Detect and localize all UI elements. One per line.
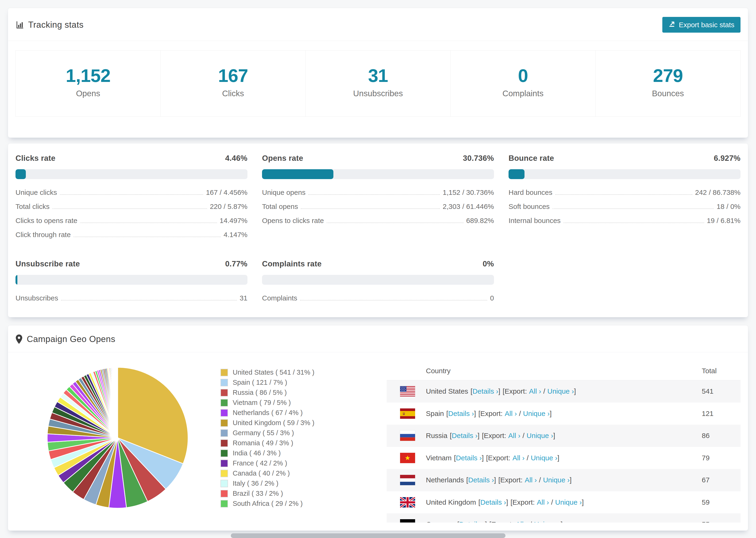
stat-complaints-label: Complaints	[451, 89, 595, 98]
details-link[interactable]: Details ›	[468, 476, 494, 484]
legend-swatch	[220, 369, 228, 376]
export-unique-link[interactable]: Unique ›	[534, 520, 561, 522]
export-unique-link[interactable]: Unique ›	[547, 387, 574, 395]
export-unique-link[interactable]: Unique ›	[555, 498, 582, 506]
details-link[interactable]: Details ›	[459, 520, 485, 522]
opens-rate-title: Opens rate	[262, 154, 303, 163]
opens-rate-bar-fill	[262, 169, 333, 179]
stat-opens: 1,152 Opens	[16, 50, 161, 116]
row-label: Clicks to opens rate	[16, 217, 77, 225]
legend-item-brazil[interactable]: Brazil ( 33 / 2% )	[220, 488, 314, 499]
stats-row: 1,152 Opens 167 Clicks 31 Unsubscribes 0…	[16, 50, 740, 117]
legend-item-canada[interactable]: Canada ( 40 / 2% )	[220, 468, 314, 478]
legend-item-india[interactable]: India ( 46 / 3% )	[220, 448, 314, 458]
table-row-spain: Spain [Details ›] [Export:All ›/Unique ›…	[387, 403, 740, 425]
row-value: 0	[490, 294, 494, 302]
legend-item-vietnam[interactable]: Vietnam ( 79 / 5% )	[220, 398, 314, 408]
legend-item-italy[interactable]: Italy ( 36 / 2% )	[220, 478, 314, 488]
unsubscribe-rate-bar	[16, 275, 247, 285]
bar-chart-icon	[16, 21, 24, 29]
country-name: Russia	[426, 432, 448, 440]
export-unique-link[interactable]: Unique ›	[531, 454, 557, 462]
row-value: 4.147%	[224, 231, 247, 239]
stat-complaints-value: 0	[451, 65, 595, 86]
bounce-rate-bar-fill	[509, 169, 524, 179]
opens-rate-bar	[262, 169, 494, 179]
export-all-link[interactable]: All ›	[515, 520, 528, 522]
export-unique-link[interactable]: Unique ›	[543, 476, 569, 484]
geo-opens-table: Country Total United States [Details ›] …	[387, 362, 740, 522]
rates-card: Clicks rate 4.46% Unique clicks167 / 4.4…	[8, 143, 748, 317]
row-value: 18 / 0%	[717, 202, 740, 211]
details-link[interactable]: Details ›	[472, 387, 498, 395]
export-all-link[interactable]: All ›	[508, 432, 520, 440]
legend-item-south-africa[interactable]: South Africa ( 29 / 2% )	[220, 499, 314, 509]
legend-item-russia[interactable]: Russia ( 86 / 5% )	[220, 388, 314, 398]
details-link[interactable]: Details ›	[480, 498, 506, 506]
country-total: 541	[702, 387, 714, 395]
legend-item-united-kingdom[interactable]: United Kingdom ( 59 / 3% )	[220, 418, 314, 428]
opens-rate-value: 30.736%	[463, 154, 494, 163]
legend-swatch	[220, 399, 228, 406]
legend-item-france[interactable]: France ( 42 / 2% )	[220, 458, 314, 468]
details-link[interactable]: Details ›	[448, 409, 474, 418]
country-column-header: Country	[426, 367, 451, 375]
germany-flag-icon	[400, 519, 415, 522]
country-total: 55	[702, 520, 710, 522]
clicks-rate-bar-fill	[16, 169, 26, 179]
row-label: Internal bounces	[509, 217, 561, 225]
country-name: Germany	[426, 520, 455, 522]
details-link[interactable]: Details ›	[452, 432, 477, 440]
bounce-rate-value: 6.927%	[714, 154, 740, 163]
legend-item-germany[interactable]: Germany ( 55 / 3% )	[220, 428, 314, 438]
uk-flag-icon	[400, 497, 415, 508]
stat-opens-label: Opens	[16, 89, 160, 98]
row-value: 2,303 / 61.446%	[443, 202, 494, 211]
dotted-leader	[74, 237, 221, 237]
legend-item-romania[interactable]: Romania ( 49 / 3% )	[220, 438, 314, 448]
dotted-leader	[80, 223, 217, 223]
map-pin-icon	[16, 335, 23, 344]
legend-item-spain[interactable]: Spain ( 121 / 7% )	[220, 377, 314, 388]
vietnam-flag-icon	[400, 453, 415, 463]
table-row-netherlands: Netherlands [Details ›] [Export:All ›/Un…	[387, 469, 740, 491]
export-unique-link[interactable]: Unique ›	[527, 432, 553, 439]
export-all-link[interactable]: All ›	[537, 498, 549, 506]
spain-flag-icon	[400, 408, 415, 419]
export-unique-link[interactable]: Unique ›	[523, 409, 550, 417]
dotted-leader	[553, 208, 714, 209]
us-flag-icon	[400, 386, 415, 397]
details-link[interactable]: Details ›	[456, 454, 482, 462]
row-value: 689.82%	[466, 217, 494, 225]
dotted-leader	[61, 300, 237, 300]
bounce-rate-bar	[509, 169, 740, 179]
geo-opens-pie-chart[interactable]	[42, 363, 193, 513]
table-row-germany: Germany [Details ›] [Export:All ›/Unique…	[387, 513, 740, 522]
row-label: Soft bounces	[509, 202, 550, 211]
export-all-link[interactable]: All ›	[529, 387, 541, 395]
clicks-rate-title: Clicks rate	[16, 154, 55, 163]
stat-bounces-label: Bounces	[596, 89, 740, 98]
legend-swatch	[220, 389, 228, 397]
horizontal-scrollbar-thumb[interactable]	[231, 533, 506, 538]
legend-item-united-states[interactable]: United States ( 541 / 31% )	[220, 367, 314, 377]
legend-swatch	[220, 450, 228, 457]
clicks-rate-value: 4.46%	[225, 154, 247, 163]
stat-unsubscribes: 31 Unsubscribes	[306, 50, 451, 116]
row-label: Unique opens	[262, 188, 305, 196]
export-all-link[interactable]: All ›	[513, 454, 525, 462]
country-name: Spain	[426, 409, 444, 418]
row-label: Click through rate	[16, 231, 71, 239]
export-all-link[interactable]: All ›	[505, 409, 517, 418]
pie-slice[interactable]	[117, 367, 118, 438]
tracking-stats-card: Tracking stats Export basic stats 1,152 …	[8, 8, 748, 138]
dotted-leader	[564, 223, 704, 223]
row-value: 220 / 5.87%	[210, 202, 247, 211]
legend-swatch	[220, 379, 228, 386]
country-name: United States	[426, 387, 468, 395]
dotted-leader	[60, 194, 203, 195]
legend-item-netherlands[interactable]: Netherlands ( 67 / 4% )	[220, 408, 314, 418]
country-name: United Kingdom	[426, 498, 476, 506]
export-basic-stats-button[interactable]: Export basic stats	[662, 17, 740, 32]
export-all-link[interactable]: All ›	[525, 476, 537, 484]
